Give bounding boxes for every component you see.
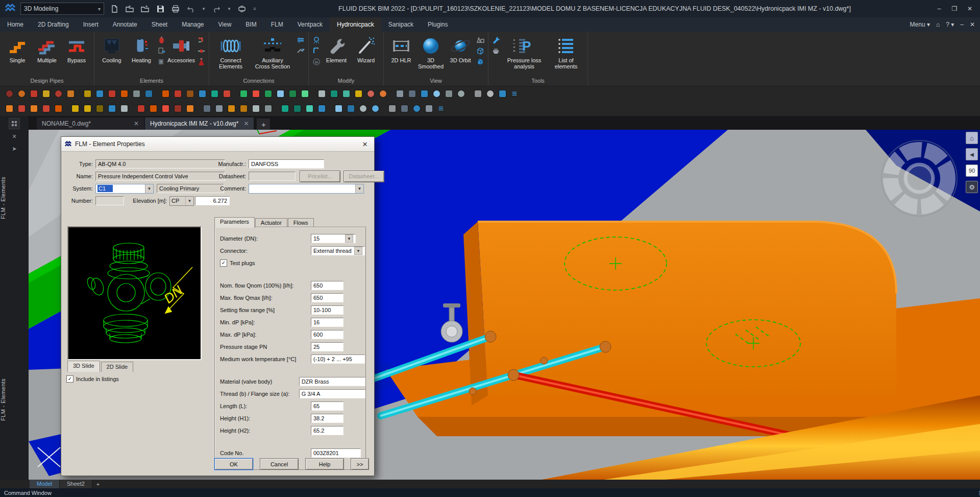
- test-plugs-checkbox[interactable]: ✓: [220, 259, 227, 267]
- toolbar-icon[interactable]: [311, 88, 315, 100]
- toolbar-icon[interactable]: [274, 103, 279, 115]
- toolbar-icon[interactable]: [159, 103, 172, 115]
- ribbon-tab[interactable]: Insert: [76, 17, 106, 32]
- system-combobox[interactable]: C1 ▼: [95, 184, 154, 194]
- menu-button[interactable]: Menu ▾: [910, 21, 930, 28]
- include-in-listings-row[interactable]: ✓ Include in listings: [66, 375, 119, 383]
- cube-solid-icon[interactable]: [476, 57, 485, 66]
- undo-button[interactable]: [186, 4, 196, 14]
- ribbon-tab[interactable]: View: [211, 17, 239, 32]
- toolbar-icon[interactable]: [484, 88, 496, 100]
- toolbar-icon[interactable]: [130, 88, 142, 100]
- import-file-button[interactable]: [140, 4, 150, 14]
- cooling-button[interactable]: Cooling: [97, 34, 126, 63]
- toolbar-icon[interactable]: [381, 103, 386, 115]
- toolbar-icon[interactable]: [364, 88, 377, 100]
- toolbar-icon[interactable]: [208, 88, 220, 100]
- toolbar-icon[interactable]: [40, 103, 52, 115]
- number-field[interactable]: [95, 196, 124, 205]
- param-field[interactable]: External thread▼: [311, 246, 365, 255]
- batch-plot-button[interactable]: [237, 4, 247, 14]
- elevation-ref-combobox[interactable]: CP ▼: [169, 196, 194, 206]
- toolbar-icon[interactable]: [455, 88, 467, 100]
- home-icon[interactable]: ⌂: [936, 21, 940, 28]
- toolbar-icon[interactable]: [201, 103, 213, 115]
- 3d-orbit-button[interactable]: 3D Orbit: [446, 34, 475, 63]
- toolbar-icon[interactable]: [118, 103, 130, 115]
- toolbar-icon[interactable]: [213, 103, 225, 115]
- toolbar-icon[interactable]: [423, 103, 435, 115]
- toolbar-icon[interactable]: [3, 88, 15, 100]
- toolbar-icon[interactable]: [106, 103, 118, 115]
- toolbar-icon[interactable]: [250, 88, 262, 100]
- slide-tab[interactable]: 3D Slide: [67, 361, 100, 372]
- undo-dropdown-arrow[interactable]: ▾: [201, 4, 206, 14]
- toolbar-icon[interactable]: [28, 88, 40, 100]
- toolbar-icon[interactable]: [64, 88, 77, 100]
- toolbar-icon[interactable]: [52, 103, 64, 115]
- copy-element-icon[interactable]: [157, 46, 166, 55]
- parameter-tab[interactable]: Parameters: [214, 217, 255, 228]
- toolbar-icon[interactable]: [225, 103, 237, 115]
- pipe-fitting-icon[interactable]: [197, 35, 206, 44]
- toolbar-icon[interactable]: [237, 103, 250, 115]
- toolbar-icon[interactable]: [286, 88, 299, 100]
- toolbar-icon[interactable]: [357, 103, 369, 115]
- toolbar-icon[interactable]: [352, 88, 364, 100]
- toolbar-icon[interactable]: [467, 88, 472, 100]
- 2d-hlr-button[interactable]: 2D HLR: [387, 34, 415, 63]
- toolbar-icon[interactable]: [135, 103, 147, 115]
- toolbar-icon[interactable]: [369, 103, 381, 115]
- param-field[interactable]: G 3/4 A▼: [299, 389, 365, 398]
- ribbon-tab[interactable]: Plugins: [421, 17, 455, 32]
- toolbar-icon[interactable]: [443, 88, 455, 100]
- toolbar-icon[interactable]: [406, 88, 418, 100]
- accesories-button[interactable]: Accesories: [167, 34, 195, 63]
- toolbar-icon[interactable]: [184, 103, 196, 115]
- dialog-button[interactable]: >>: [351, 458, 369, 470]
- toolbar-icon[interactable]: [159, 88, 172, 100]
- pipe-connection-icon[interactable]: [296, 35, 305, 44]
- toolbar-icon[interactable]: ≡: [508, 88, 521, 100]
- close-button[interactable]: ✕: [963, 3, 977, 15]
- toolbar-icon[interactable]: [386, 103, 398, 115]
- toolbar-icon[interactable]: [172, 88, 184, 100]
- param-field[interactable]: 16▼: [311, 318, 344, 327]
- dialog-close-icon[interactable]: ✕: [359, 139, 371, 149]
- chevron-down-icon[interactable]: ▼: [145, 184, 153, 193]
- toolbar-icon[interactable]: [93, 88, 106, 100]
- toolbar-icon[interactable]: [77, 88, 81, 100]
- solids-icon[interactable]: [476, 35, 485, 44]
- toolbar-icon[interactable]: [340, 88, 352, 100]
- ribbon-tab[interactable]: Sheet: [144, 17, 175, 32]
- palette-tab-flm-elements-2[interactable]: FLM - Elements: [0, 341, 29, 458]
- elevation-value-field[interactable]: 6.272: [195, 196, 230, 205]
- toolbar-icon[interactable]: [15, 103, 28, 115]
- param-field[interactable]: DZR Brass▼: [299, 377, 365, 386]
- layout-tab[interactable]: Model: [30, 480, 60, 488]
- new-file-button[interactable]: [109, 4, 119, 14]
- rotate-30-icon[interactable]: 30: [312, 57, 321, 66]
- qat-customize-button[interactable]: ≡: [252, 4, 257, 14]
- expansion-vessel-icon[interactable]: [157, 35, 166, 44]
- toolbar-icon[interactable]: [155, 88, 159, 100]
- toolbar-icon[interactable]: [291, 103, 303, 115]
- datasheet-button[interactable]: Datasheet...: [344, 171, 384, 182]
- toolbar-icon[interactable]: ≡: [435, 103, 447, 115]
- print-button[interactable]: [170, 4, 181, 14]
- ribbon-tab[interactable]: Hydronicpack: [330, 17, 381, 32]
- ribbon-tab[interactable]: Sanipack: [381, 17, 421, 32]
- toolbar-icon[interactable]: [172, 103, 184, 115]
- toolbar-icon[interactable]: [15, 88, 28, 100]
- open-file-button[interactable]: [125, 4, 135, 14]
- ribbon-tab[interactable]: Annotate: [106, 17, 144, 32]
- heating-button[interactable]: Heating: [127, 34, 156, 63]
- element-preview-slide[interactable]: DN: [67, 226, 202, 360]
- previous-view-icon[interactable]: ◄: [966, 148, 978, 160]
- toolbar-icon[interactable]: [299, 88, 311, 100]
- pressure-loss-analysis-button[interactable]: +−+×P Pressure loss analysis: [502, 34, 547, 69]
- toolbar-icon[interactable]: [398, 103, 410, 115]
- cube-wireframe-icon[interactable]: [476, 46, 485, 55]
- type-field[interactable]: AB-QM 4.0: [95, 159, 225, 169]
- toolbar-icon[interactable]: [303, 103, 315, 115]
